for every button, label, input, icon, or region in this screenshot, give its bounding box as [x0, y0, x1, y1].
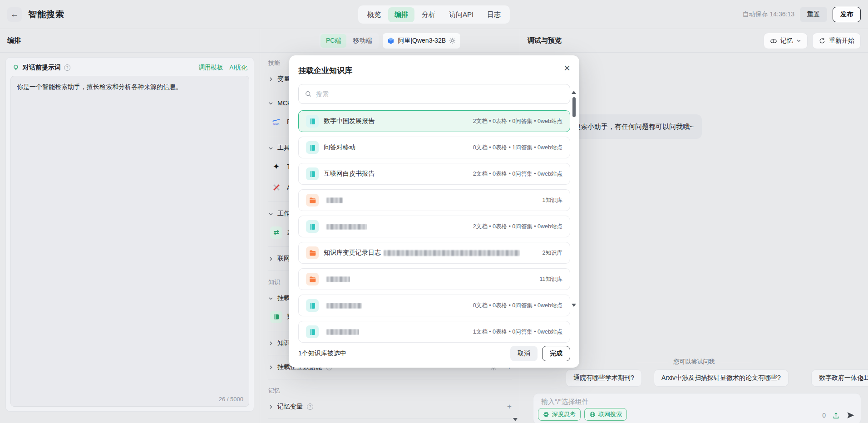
kb-row[interactable]: 1知识库	[298, 189, 570, 211]
token-counter: 0	[822, 412, 826, 419]
toggle-pc[interactable]: PC端	[321, 34, 346, 48]
tab-api[interactable]: 访问API	[443, 7, 480, 22]
divider	[268, 379, 512, 379]
folder-icon	[306, 246, 319, 259]
kb-row[interactable]: 互联网白皮书报告 2文档 • 0表格 • 0问答集 • 0web站点	[298, 163, 570, 185]
tab-orchestrate[interactable]: 编排	[388, 7, 414, 22]
chevron-right-icon	[268, 341, 273, 346]
close-icon[interactable]: ×	[564, 63, 570, 74]
scrollbar-thumb[interactable]	[572, 97, 576, 117]
chevron-down-icon	[268, 296, 273, 301]
kb-row[interactable]: 0文档 • 0表格 • 0问答集 • 0web站点	[298, 295, 570, 316]
assistant-greeting-bubble: 搜索小助手，有任何问题都可以问我哦~	[566, 114, 702, 139]
kb-row[interactable]: 问答对移动 0文档 • 0表格 • 1问答集 • 0web站点	[298, 137, 570, 158]
left-panel-title: 编排	[7, 36, 21, 45]
flow-arrows-icon: ⇄	[270, 226, 282, 239]
folder-icon	[306, 273, 319, 285]
model-settings-gear-icon[interactable]	[449, 37, 456, 44]
suggestion-chip[interactable]: 通院有哪些学术期刊?	[566, 369, 642, 387]
chevron-down-icon	[268, 146, 273, 151]
scroll-down-arrow[interactable]	[513, 418, 518, 421]
web-search-toggle[interactable]: 联网搜索	[584, 408, 627, 421]
kb-row[interactable]: 知识库变更记录日志 2知识库	[298, 242, 570, 264]
four-point-star-icon: ✦	[270, 161, 282, 173]
selection-count-text: 1个知识库被选中	[298, 349, 346, 358]
mount-kb-modal: 挂载企业知识库 × 数字中国发展报告 2文档 • 0表格 • 0问答集 • 0w…	[289, 55, 579, 368]
search-icon	[305, 90, 312, 98]
kb-row[interactable]: 2文档 • 0表格 • 0问答集 • 0web站点	[298, 216, 570, 237]
fetch-logo-icon: fetch	[270, 116, 282, 128]
use-template-link[interactable]: 调用模板	[198, 64, 223, 72]
book-icon	[306, 220, 319, 233]
chevron-right-icon	[268, 256, 273, 261]
autosave-status: 自动保存 14:36:13	[743, 10, 794, 19]
scroll-down-arrow[interactable]	[572, 304, 576, 307]
group-memory-vars[interactable]: 记忆变量 ? +	[260, 398, 520, 415]
search-input[interactable]	[316, 90, 564, 98]
chat-input-card[interactable]: 输入"/"选择组件 深度思考	[533, 393, 861, 423]
help-icon[interactable]: ?	[64, 64, 70, 71]
modal-scrollbar[interactable]	[572, 91, 576, 342]
model-name: 阿里|Qwen3-32B	[398, 37, 446, 45]
help-icon[interactable]: ?	[307, 403, 313, 410]
page-title: 智能搜索	[28, 9, 64, 20]
chevron-right-icon	[268, 404, 273, 409]
atom-icon	[543, 411, 549, 418]
char-counter: 26 / 5000	[219, 396, 243, 403]
divider	[268, 418, 512, 419]
device-toggle: PC端 移动端	[319, 33, 379, 49]
tab-logs[interactable]: 日志	[481, 7, 507, 22]
model-selector[interactable]: 阿里|Qwen3-32B	[382, 33, 461, 49]
prompt-textarea[interactable]: 你是一个智能检索助手，擅长检索和分析各种来源的信息。	[17, 82, 243, 353]
done-button[interactable]: 完成	[542, 346, 570, 361]
kb-row[interactable]: 1文档 • 0表格 • 0问答集 • 0web站点	[298, 321, 570, 343]
chevron-right-icon	[268, 77, 273, 82]
app-window: ← 智能搜索 概览 编排 分析 访问API 日志 自动保存 14:36:13 重…	[0, 0, 868, 423]
orchestrate-panel: 编排 对话前提示词 ? 调用模板 AI优化	[0, 29, 260, 423]
top-header: ← 智能搜索 概览 编排 分析 访问API 日志 自动保存 14:36:13 重…	[0, 0, 868, 29]
send-icon[interactable]	[846, 411, 855, 420]
section-memory: 记忆	[260, 383, 520, 398]
reset-button[interactable]: 重置	[800, 7, 827, 22]
kb-search-box[interactable]	[298, 84, 570, 104]
scroll-up-arrow[interactable]	[572, 91, 576, 94]
book-icon	[306, 299, 319, 312]
redacted-text	[326, 224, 367, 230]
right-panel-title: 调试与预览	[528, 36, 562, 45]
kb-row[interactable]: 11知识库	[298, 268, 570, 290]
plus-icon[interactable]: +	[507, 402, 512, 411]
tab-overview[interactable]: 概览	[361, 7, 387, 22]
book-icon	[306, 167, 319, 180]
chips-next-arrow-icon[interactable]	[858, 374, 864, 383]
kb-list: 数字中国发展报告 2文档 • 0表格 • 0问答集 • 0web站点 问答对移动…	[298, 110, 570, 343]
redacted-text	[326, 329, 359, 335]
back-button[interactable]: ←	[7, 7, 22, 22]
chevron-right-icon	[268, 365, 273, 370]
red-x-logo-icon	[270, 182, 282, 194]
redacted-text	[384, 250, 520, 256]
prompt-card-title: 对话前提示词	[23, 64, 61, 72]
chevron-down-icon	[796, 38, 801, 43]
modal-title: 挂载企业知识库	[298, 65, 570, 76]
memory-dropdown-button[interactable]: 记忆	[764, 33, 808, 49]
ai-optimize-link[interactable]: AI优化	[229, 64, 247, 72]
toggle-mobile[interactable]: 移动端	[347, 34, 377, 48]
pre-dialog-prompt-card: 对话前提示词 ? 调用模板 AI优化 你是一个智能检索助手，擅长检索和分析各种来…	[5, 57, 254, 412]
restart-button[interactable]: 重新开始	[812, 33, 861, 49]
modal-footer: 1个知识库被选中 取消 完成	[298, 346, 570, 361]
tab-analytics[interactable]: 分析	[415, 7, 442, 22]
upload-icon[interactable]	[832, 412, 840, 419]
divider	[636, 362, 668, 362]
back-arrow-icon: ←	[10, 10, 19, 19]
kb-row[interactable]: 数字中国发展报告 2文档 • 0表格 • 0问答集 • 0web站点	[298, 110, 570, 132]
deep-think-toggle[interactable]: 深度思考	[538, 408, 581, 421]
model-cube-icon	[387, 37, 395, 44]
cancel-button[interactable]: 取消	[510, 346, 538, 361]
restart-icon	[819, 37, 826, 44]
book-icon	[306, 325, 319, 338]
suggestion-chip[interactable]: Arxiv中涉及扫描探针显微术的论文有哪些?	[654, 369, 789, 387]
suggestion-chips: 通院有哪些学术期刊? Arxiv中涉及扫描探针显微术的论文有哪些? 数字政府一体…	[520, 369, 868, 388]
globe-icon	[589, 411, 596, 418]
publish-button[interactable]: 发布	[833, 7, 861, 22]
chat-input-placeholder: 输入"/"选择组件	[539, 398, 855, 406]
